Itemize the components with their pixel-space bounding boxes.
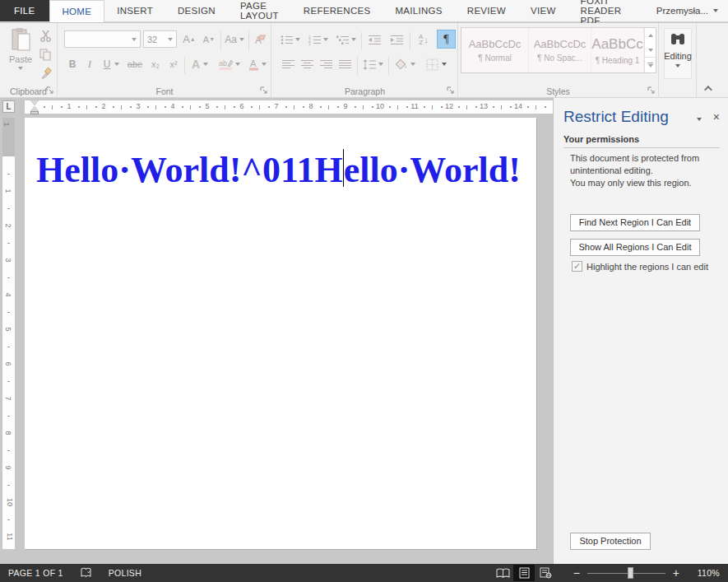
paragraph-dialog-launcher[interactable] <box>447 86 455 96</box>
show-all-regions-button[interactable]: Show All Regions I Can Edit <box>570 239 700 256</box>
numbering-button[interactable]: 123 <box>307 31 330 48</box>
text-effects-button[interactable]: A <box>188 56 212 72</box>
pane-close-button[interactable]: × <box>713 113 720 121</box>
stop-protection-button[interactable]: Stop Protection <box>570 533 651 550</box>
chevron-down-icon <box>697 118 702 121</box>
borders-button[interactable] <box>422 56 450 72</box>
proofing-status[interactable] <box>72 567 100 579</box>
language-indicator[interactable]: POLISH <box>100 568 150 578</box>
cut-button[interactable] <box>36 27 54 44</box>
pane-options-dropdown[interactable] <box>697 113 702 123</box>
styles-scroll-down[interactable] <box>645 43 656 58</box>
tab-view[interactable]: VIEW <box>518 0 568 21</box>
multilevel-list-button[interactable] <box>335 31 358 48</box>
print-layout-icon <box>519 567 530 579</box>
tab-file[interactable]: FILE <box>0 0 49 21</box>
line-spacing-button[interactable] <box>360 56 385 72</box>
align-right-button[interactable] <box>317 56 335 72</box>
bullet-list-icon <box>281 35 294 45</box>
underline-dropdown[interactable] <box>113 56 121 72</box>
change-case-button[interactable]: Aa <box>223 30 246 48</box>
styles-more-button[interactable] <box>645 57 656 72</box>
font-dialog-launcher[interactable] <box>260 86 268 96</box>
superscript-button[interactable]: x² <box>165 56 182 72</box>
align-left-button[interactable] <box>279 56 297 72</box>
vertical-ruler[interactable]: 11234567891011 <box>2 118 15 549</box>
tab-insert[interactable]: INSERT <box>104 0 165 21</box>
highlight-regions-checkbox-row[interactable]: ✓ Highlight the regions I can edit <box>572 261 708 272</box>
sort-button[interactable]: AZ ↓ <box>413 31 434 48</box>
first-line-indent-marker[interactable] <box>30 100 39 105</box>
font-color-button[interactable]: A <box>246 56 269 72</box>
styles-dialog-launcher[interactable] <box>647 86 656 96</box>
horizontal-ruler[interactable]: 1234567891011121314 <box>25 100 553 114</box>
zoom-in-button[interactable]: + <box>667 566 685 580</box>
tab-mailings[interactable]: MAILINGS <box>383 0 454 21</box>
tab-design[interactable]: DESIGN <box>165 0 228 21</box>
tab-references[interactable]: REFERENCES <box>291 0 383 21</box>
tab-page-layout[interactable]: PAGE LAYOUT <box>228 0 291 21</box>
strikethrough-glyph: abe <box>128 59 142 69</box>
decrease-indent-icon <box>368 35 382 45</box>
italic-button[interactable]: I <box>82 56 97 72</box>
tab-home[interactable]: HOME <box>49 0 105 22</box>
checkbox-checked-icon[interactable]: ✓ <box>572 261 582 272</box>
document-text[interactable]: Hello·World!^011Hello·World! <box>36 149 521 191</box>
justify-button[interactable] <box>336 56 354 72</box>
dialog-launcher-icon <box>260 86 268 95</box>
page-indicator[interactable]: PAGE 1 OF 1 <box>0 568 72 578</box>
print-layout-button[interactable] <box>513 565 535 581</box>
editing-menu-button[interactable]: Editing <box>664 28 692 79</box>
zoom-out-button[interactable]: − <box>568 566 586 580</box>
clear-formatting-button[interactable]: A <box>251 30 269 48</box>
ruler-row: L 1234567891011121314 <box>0 98 553 116</box>
clipboard-dialog-launcher[interactable] <box>46 86 54 96</box>
paste-button[interactable]: Paste <box>5 27 36 85</box>
font-size-combo[interactable]: 32 <box>143 30 177 48</box>
style-normal[interactable]: AaBbCcDc¶ Normal <box>461 28 529 72</box>
shading-button[interactable] <box>392 56 418 72</box>
bold-button[interactable]: B <box>65 56 80 72</box>
web-layout-button[interactable] <box>535 565 556 581</box>
format-painter-button[interactable] <box>36 65 54 81</box>
change-case-glyph: Aa <box>225 34 237 45</box>
pane-title: Restrict Editing <box>563 108 669 126</box>
left-indent-marker[interactable] <box>30 111 39 114</box>
find-next-region-button[interactable]: Find Next Region I Can Edit <box>570 214 700 231</box>
account-menu[interactable]: Przemysła... <box>647 0 728 21</box>
decrease-indent-button[interactable] <box>364 31 384 48</box>
styles-scroll-up[interactable] <box>645 28 656 43</box>
chevron-down-icon <box>235 63 240 66</box>
tab-review[interactable]: REVIEW <box>455 0 518 21</box>
ruler-number: 11 <box>410 102 418 110</box>
svg-text:A: A <box>250 58 257 68</box>
shrink-font-button[interactable]: A▼ <box>200 30 218 48</box>
align-center-icon <box>301 59 313 69</box>
proofing-book-icon <box>80 567 92 579</box>
bullets-button[interactable] <box>279 31 302 48</box>
collapse-ribbon-button[interactable] <box>699 82 714 94</box>
tab-foxit-reader-pdf[interactable]: FOXIT READER PDF <box>568 0 647 21</box>
document-page[interactable]: Hello·World!^011Hello·World! <box>25 118 536 549</box>
copy-button[interactable] <box>36 46 54 63</box>
zoom-slider-thumb[interactable] <box>628 567 633 579</box>
align-center-button[interactable] <box>298 56 316 72</box>
zoom-level[interactable]: 110% <box>685 568 720 578</box>
underline-glyph: U <box>104 58 111 70</box>
style-heading-1[interactable]: AaBbCc¶ Heading 1 <box>591 28 644 72</box>
grow-font-button[interactable]: A▲ <box>180 30 198 48</box>
strikethrough-button[interactable]: abe <box>124 56 146 72</box>
increase-indent-button[interactable] <box>387 31 406 48</box>
tab-stop-selector[interactable]: L <box>2 100 15 113</box>
chevron-up-icon <box>703 85 712 93</box>
style-no-spac[interactable]: AaBbCcDc¶ No Spac... <box>529 28 591 72</box>
font-name-combo[interactable] <box>64 30 141 48</box>
read-mode-button[interactable] <box>492 565 513 581</box>
show-formatting-marks-toggle[interactable]: ¶ <box>437 30 456 49</box>
dialog-launcher-icon <box>447 86 455 95</box>
subscript-button[interactable]: x₂ <box>147 56 164 72</box>
highlight-color-button[interactable]: ab <box>216 56 243 72</box>
zoom-slider[interactable] <box>587 565 665 581</box>
ruler-number: 8 <box>308 102 313 110</box>
copy-icon <box>39 49 51 61</box>
